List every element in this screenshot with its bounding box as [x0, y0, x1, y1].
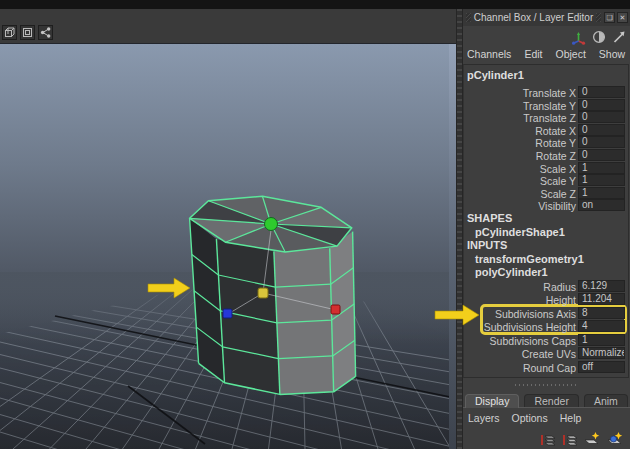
channel-label-visibility[interactable]: Visibility [538, 200, 576, 212]
channel-value-rotate-x[interactable]: 0 [578, 124, 625, 136]
channel-label-subdivisions-axis[interactable]: Subdivisions Axis [495, 308, 576, 320]
channel-value-height[interactable]: 11.204 [578, 293, 625, 305]
channel-value-translate-x[interactable]: 0 [578, 86, 625, 98]
channel-value-scale-x[interactable]: 1 [578, 162, 625, 174]
viewport-3d[interactable] [0, 44, 456, 449]
tab-render[interactable]: Render [524, 394, 578, 407]
menu-options[interactable]: Options [512, 412, 548, 426]
panel-layout-icon[interactable] [20, 25, 35, 40]
titlebar-grip-right [596, 13, 601, 22]
menu-edit[interactable]: Edit [524, 48, 542, 62]
create-empty-layer-icon[interactable] [583, 431, 601, 447]
panel-title: Channel Box / Layer Editor [474, 12, 594, 23]
channel-label-scale-x[interactable]: Scale X [540, 163, 576, 175]
menu-show[interactable]: Show [599, 48, 625, 62]
move-layer-up-icon[interactable] [539, 432, 556, 447]
layer-editor-tabs: DisplayRenderAnim [463, 394, 630, 408]
viewport-toolbar [0, 9, 456, 44]
channel-label-rotate-x[interactable]: Rotate X [535, 125, 576, 137]
menu-help[interactable]: Help [560, 412, 582, 426]
close-panel-button[interactable]: ✕ [617, 12, 628, 23]
channel-value-visibility[interactable]: on [578, 199, 625, 211]
speed-display-icon[interactable] [592, 30, 606, 44]
channel-box-panel: Channel Box / Layer Editor ❏ ✕ [463, 9, 630, 449]
node-header-pcylindershape1[interactable]: pCylinderShape1 [475, 226, 565, 238]
channel-value-subdivisions-axis[interactable]: 8 [578, 307, 625, 319]
channel-label-create-uvs[interactable]: Create UVs [522, 348, 576, 360]
share-nodes-icon[interactable] [38, 25, 53, 40]
menu-object[interactable]: Object [555, 48, 585, 62]
create-layer-from-selected-icon[interactable] [606, 431, 624, 447]
channel-value-scale-z[interactable]: 1 [578, 187, 625, 199]
menu-layers[interactable]: Layers [468, 412, 500, 426]
channel-list: pCylinder1Translate X0Translate Y0Transl… [463, 64, 629, 378]
channel-box-toolbar [571, 28, 626, 46]
maya-window: Channel Box / Layer Editor ❏ ✕ [0, 0, 630, 449]
channel-label-scale-y[interactable]: Scale Y [540, 175, 576, 187]
channel-value-subdivisions-height[interactable]: 4 [578, 320, 625, 332]
channel-label-translate-x[interactable]: Translate X [523, 87, 576, 99]
layer-editor-buttons [539, 430, 624, 448]
panel-splitter-horizontal[interactable] [463, 381, 630, 389]
panel-titlebar[interactable]: Channel Box / Layer Editor ❏ ✕ [463, 9, 630, 26]
channel-label-height[interactable]: Height [546, 294, 576, 306]
channel-value-round-cap[interactable]: off [578, 361, 625, 373]
menu-channels[interactable]: Channels [467, 48, 511, 62]
node-header-inputs: INPUTS [467, 239, 507, 251]
panel-splitter-vertical[interactable] [456, 9, 463, 449]
channel-value-create-uvs[interactable]: Normalize ... [578, 347, 625, 359]
channel-label-translate-y[interactable]: Translate Y [523, 100, 576, 112]
tab-display[interactable]: Display [465, 394, 519, 408]
channel-label-scale-z[interactable]: Scale Z [540, 188, 576, 200]
channel-value-rotate-y[interactable]: 0 [578, 136, 625, 148]
channel-value-radius[interactable]: 6.129 [578, 280, 625, 292]
channel-value-scale-y[interactable]: 1 [578, 174, 625, 186]
channel-box-menubar: Channels Edit Object Show [467, 48, 625, 62]
channel-value-translate-z[interactable]: 0 [578, 111, 625, 123]
channel-label-round-cap[interactable]: Round Cap [523, 362, 576, 374]
channel-label-radius[interactable]: Radius [543, 281, 576, 293]
tab-anim[interactable]: Anim [584, 394, 628, 407]
channel-label-rotate-y[interactable]: Rotate Y [535, 137, 576, 149]
channel-label-translate-z[interactable]: Translate Z [523, 112, 576, 124]
channel-label-subdivisions-height[interactable]: Subdivisions Height [484, 321, 576, 333]
layer-editor-menubar: Layers Options Help [468, 412, 581, 426]
float-panel-button[interactable]: ❏ [604, 12, 615, 23]
select-arrow-icon[interactable] [612, 30, 626, 44]
channel-value-subdivisions-caps[interactable]: 1 [578, 334, 625, 346]
wireframe-cube-icon[interactable] [2, 25, 17, 40]
node-header-pcylinder1[interactable]: pCylinder1 [467, 69, 524, 81]
channel-value-rotate-z[interactable]: 0 [578, 149, 625, 161]
viewport-canvas[interactable] [0, 44, 456, 449]
axis-manipulator-icon[interactable] [571, 30, 586, 45]
titlebar-grip-left [466, 13, 471, 22]
viewport-active-border [449, 44, 456, 449]
channel-label-rotate-z[interactable]: Rotate Z [536, 150, 576, 162]
node-header-transformgeometry1[interactable]: transformGeometry1 [475, 253, 584, 265]
channel-label-subdivisions-caps[interactable]: Subdivisions Caps [490, 335, 576, 347]
window-top-strip [0, 0, 630, 9]
channel-value-translate-y[interactable]: 0 [578, 99, 625, 111]
node-header-shapes: SHAPES [467, 212, 512, 224]
node-header-polycylinder1[interactable]: polyCylinder1 [475, 266, 548, 278]
move-layer-down-icon[interactable] [561, 432, 578, 447]
